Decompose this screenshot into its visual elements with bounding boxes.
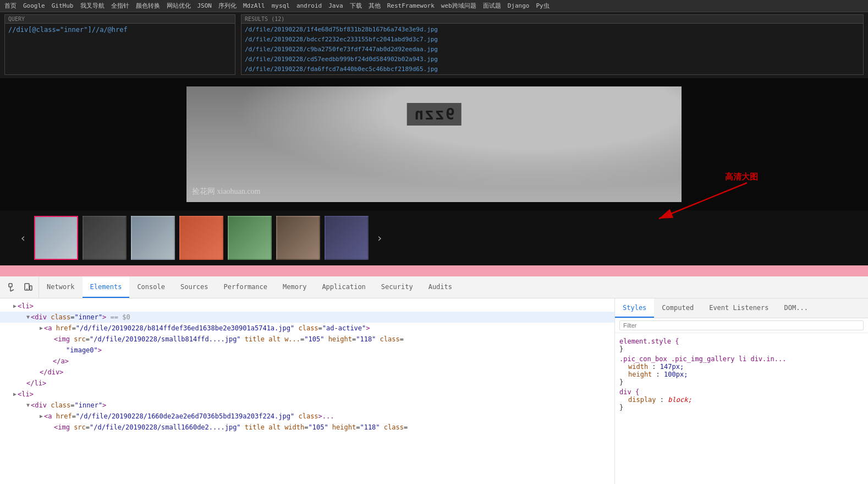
styles-filter-input[interactable] <box>619 320 864 330</box>
html-line-3[interactable]: ▶ <a href = "/d/file/20190228/b814ffdef3… <box>0 323 614 334</box>
toolbar-item-other[interactable]: 其他 <box>369 2 381 10</box>
tab-sources[interactable]: Sources <box>173 276 216 298</box>
watermark-text: 捡花网 xiaohuan.com <box>192 187 260 197</box>
html-line-8[interactable]: </li> <box>0 378 614 389</box>
inspect-element-button[interactable] <box>7 281 19 293</box>
collapse-icon-1: ▶ <box>13 301 17 311</box>
image-viewer: 9zzn 捡花网 xiaohuan.com <box>0 78 868 210</box>
thumbnail-4[interactable] <box>179 216 223 260</box>
toolbar-item-cors[interactable]: web跨域问题 <box>441 2 476 10</box>
tab-security[interactable]: Security <box>373 276 421 298</box>
subtab-dom[interactable]: DOM... <box>777 298 816 318</box>
results-label: RESULTS (12) <box>241 15 863 24</box>
attr-src-value-4: "/d/file/20190228/smallb814ffd....jpg" <box>90 334 241 344</box>
tag-li-1: <li> <box>18 301 34 311</box>
thumbnail-strip: ‹ › 高清大图 <box>0 210 868 265</box>
thumbnail-2[interactable] <box>83 216 127 260</box>
html-line-11[interactable]: ▶ <a href = "/d/file/20190228/1660de2ae2… <box>0 411 614 422</box>
prev-thumbnail-button[interactable]: ‹ <box>17 231 30 244</box>
svg-rect-2 <box>9 284 12 287</box>
toolbar-item-rest[interactable]: RestFramework <box>387 2 435 9</box>
main-image: 9zzn <box>186 86 682 202</box>
tab-performance[interactable]: Performance <box>216 276 275 298</box>
browser-page: QUERY //div[@class="inner"]//a/@href RES… <box>0 12 868 484</box>
next-thumbnail-button[interactable]: › <box>373 231 386 244</box>
toolbar-item-google[interactable]: Google <box>23 2 45 9</box>
html-line-1[interactable]: ▶ <li> <box>0 301 614 312</box>
css-rule-pic-con: .pic_con_box .pic_img_gallery li div.in.… <box>619 355 864 386</box>
tab-network[interactable]: Network <box>39 276 83 298</box>
query-bar: QUERY //div[@class="inner"]//a/@href RES… <box>0 12 868 78</box>
result-item[interactable]: /d/file/20190228/bdccf2232ec233155bfc204… <box>245 35 860 45</box>
device-mode-button[interactable] <box>22 281 34 293</box>
toolbar-item-java[interactable]: Java <box>328 2 343 9</box>
toolbar-item-django[interactable]: Django <box>508 2 530 9</box>
tab-console[interactable]: Console <box>129 276 173 298</box>
tab-memory[interactable]: Memory <box>275 276 314 298</box>
attr-class-3: class <box>298 323 318 333</box>
subtab-styles[interactable]: Styles <box>615 298 654 318</box>
html-line-5[interactable]: "image0" > <box>0 345 614 356</box>
html-panel: ▶ <li> ▼ <div class = "inner" > == $0 ▶ <box>0 298 615 484</box>
result-item[interactable]: /d/file/20190228/fda6ffcd7a440b0ec5c46bb… <box>245 64 860 74</box>
result-item[interactable]: /d/file/20190228/c9ba2750fe73fdf7447ab0d… <box>245 45 860 55</box>
tag-a-11: <a <box>44 411 52 421</box>
thumbnail-7[interactable] <box>325 216 369 260</box>
thumbnail-5[interactable] <box>228 216 272 260</box>
main-image-area: 9zzn 捡花网 xiaohuan.com <box>186 86 682 202</box>
thumbnail-3[interactable] <box>131 216 175 260</box>
collapse-icon-10: ▼ <box>26 400 30 410</box>
result-item[interactable]: /d/file/20190228/1f4e68d75bf831b28b167b6… <box>245 25 860 35</box>
toolbar-item-interview[interactable]: 面试题 <box>483 2 501 10</box>
toolbar-item-webopt[interactable]: 网站优化 <box>167 2 191 10</box>
html-line-9[interactable]: ▶ <li> <box>0 389 614 400</box>
attr-class-image0: "image0" <box>66 345 98 355</box>
attr-href-11: href <box>56 411 72 421</box>
toolbar-item-android[interactable]: android <box>296 2 322 9</box>
thumbnail-6[interactable] <box>276 216 320 260</box>
subtab-event-listeners[interactable]: Event Listeners <box>701 298 776 318</box>
html-line-10[interactable]: ▼ <div class = "inner" > <box>0 400 614 411</box>
thumbnail-1[interactable] <box>34 216 78 260</box>
toolbar-item-py[interactable]: Py虫 <box>536 2 549 10</box>
toolbar-item-serial[interactable]: 序列化 <box>218 2 237 10</box>
devtools-tabs: Network Elements Console Sources Perform… <box>0 276 868 298</box>
tag-a-close-6: </a> <box>53 356 69 366</box>
attr-value-inner-2: "inner" <box>75 312 103 322</box>
toolbar-item-home[interactable]: 首页 <box>4 2 17 10</box>
tag-li-9: <li> <box>18 389 34 399</box>
styles-subtabs: Styles Computed Event Listeners DOM... <box>615 298 868 318</box>
toolbar-item-mysql[interactable]: mysql <box>272 2 290 9</box>
collapse-icon-9: ▶ <box>13 389 17 399</box>
css-val-height: 100px; <box>664 371 688 378</box>
attr-href-value-11: "/d/file/20190228/1660de2ae2e6d7036b5bd1… <box>76 411 294 421</box>
toolbar-item-nav[interactable]: 我叉导航 <box>80 2 105 10</box>
subtab-computed[interactable]: Computed <box>654 298 701 318</box>
html-line-4[interactable]: <img src = "/d/file/20190228/smallb814ff… <box>0 334 614 345</box>
tab-elements[interactable]: Elements <box>83 276 130 298</box>
html-line-2[interactable]: ▼ <div class = "inner" > == $0 <box>0 312 614 323</box>
toolbar-item-color[interactable]: 颜色转换 <box>136 2 160 10</box>
query-value: //div[@class="inner"]//a/@href <box>5 24 235 36</box>
toolbar-item-github[interactable]: GitHub <box>52 2 74 9</box>
html-line-12[interactable]: <img src = "/d/file/20190228/small1660de… <box>0 422 614 433</box>
attr-class-value-3: "ad-active" <box>322 323 366 333</box>
attr-value-10: "inner" <box>75 400 103 410</box>
toolbar-item-mdzall[interactable]: MdzAll <box>243 2 265 9</box>
css-selector-1: element.style { <box>619 338 679 345</box>
css-rule-element-style: element.style { } <box>619 338 864 353</box>
result-item[interactable]: /d/file/20190228/cd57eedbb999bf24d0d5849… <box>245 55 860 64</box>
attr-class-11: class <box>298 411 318 421</box>
css-rule-div: div { display : block; } <box>619 388 864 411</box>
html-line-7[interactable]: </div> <box>0 367 614 378</box>
attr-src-4: src <box>74 334 86 344</box>
results-list: /d/file/20190228/1f4e68d75bf831b28b167b6… <box>241 24 863 75</box>
toolbar-item-json[interactable]: JSON <box>197 2 212 9</box>
eq-dollar-2: == $0 <box>106 312 130 322</box>
styles-filter-bar <box>615 318 868 333</box>
toolbar-item-pointer[interactable]: 全指针 <box>111 2 129 10</box>
toolbar-item-download[interactable]: 下载 <box>350 2 362 10</box>
html-line-6[interactable]: </a> <box>0 356 614 367</box>
tab-audits[interactable]: Audits <box>421 276 460 298</box>
tab-application[interactable]: Application <box>314 276 373 298</box>
